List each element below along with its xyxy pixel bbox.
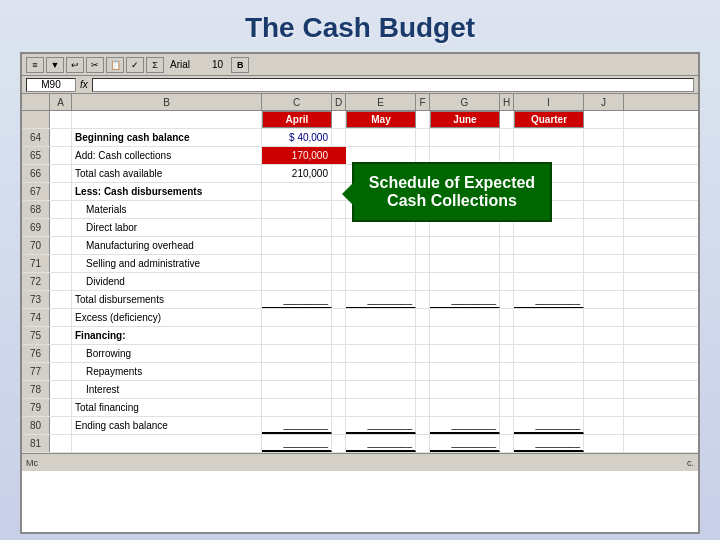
cell-76-j (584, 345, 624, 362)
cell-72-i (514, 273, 584, 290)
cell-78-c (262, 381, 332, 398)
col-header-d: D (332, 94, 346, 110)
cell-75-i (514, 327, 584, 344)
cell-77-b: Repayments (72, 363, 262, 380)
cell-63-a (50, 111, 72, 128)
cell-64-i (514, 129, 584, 146)
row-num-80: 80 (22, 417, 50, 434)
cell-70-i (514, 237, 584, 254)
cell-74-f (416, 309, 430, 326)
tooltip-text: Schedule of Expected Cash Collections (369, 174, 535, 210)
cell-76-h (500, 345, 514, 362)
table-row: 74 Excess (deficiency) (22, 309, 698, 327)
cell-73-a (50, 291, 72, 308)
col-header-c: C (262, 94, 332, 110)
col-header-f: F (416, 94, 430, 110)
cell-reference[interactable]: M90 (26, 78, 76, 92)
cell-69-j (584, 219, 624, 236)
cell-63-c-april: April (262, 111, 332, 128)
row-num-74: 74 (22, 309, 50, 326)
cell-76-d (332, 345, 346, 362)
cell-80-h (500, 417, 514, 434)
cell-73-f (416, 291, 430, 308)
cell-81-e: ________ (346, 435, 416, 452)
cell-63-d (332, 111, 346, 128)
cell-74-d (332, 309, 346, 326)
cell-81-b (72, 435, 262, 452)
cell-67-c (262, 183, 332, 200)
row-num-70: 70 (22, 237, 50, 254)
cell-80-f (416, 417, 430, 434)
font-name: Arial (170, 59, 190, 70)
cell-76-c (262, 345, 332, 362)
cell-80-c: ________ (262, 417, 332, 434)
toolbar-btn-5[interactable]: 📋 (106, 57, 124, 73)
cell-78-f (416, 381, 430, 398)
cell-80-g: ________ (430, 417, 500, 434)
table-row: 72 Dividend (22, 273, 698, 291)
cell-71-g (430, 255, 500, 272)
cell-77-j (584, 363, 624, 380)
cell-81-d (332, 435, 346, 452)
bold-btn[interactable]: B (231, 57, 249, 73)
cell-72-b: Dividend (72, 273, 262, 290)
cell-79-a (50, 399, 72, 416)
cell-72-e (346, 273, 416, 290)
row-num-65: 65 (22, 147, 50, 164)
cell-69-d (332, 219, 346, 236)
cell-77-i (514, 363, 584, 380)
cell-63-h (500, 111, 514, 128)
cell-76-a (50, 345, 72, 362)
row-num-81: 81 (22, 435, 50, 452)
cell-78-g (430, 381, 500, 398)
col-header-b: B (72, 94, 262, 110)
toolbar-btn-6[interactable]: ✓ (126, 57, 144, 73)
cell-80-d (332, 417, 346, 434)
row-num-72: 72 (22, 273, 50, 290)
cell-75-c (262, 327, 332, 344)
cell-73-i: ________ (514, 291, 584, 308)
cell-76-i (514, 345, 584, 362)
cell-73-b: Total disbursements (72, 291, 262, 308)
cell-76-f (416, 345, 430, 362)
cell-67-j (584, 183, 624, 200)
toolbar-btn-4[interactable]: ✂ (86, 57, 104, 73)
cell-81-h (500, 435, 514, 452)
cell-80-a (50, 417, 72, 434)
cell-77-e (346, 363, 416, 380)
toolbar-btn-1[interactable]: ≡ (26, 57, 44, 73)
cell-65-c: 170,000 (262, 147, 332, 164)
cell-71-f (416, 255, 430, 272)
cell-70-c (262, 237, 332, 254)
font-size: 10 (212, 59, 223, 70)
cell-77-g (430, 363, 500, 380)
cell-74-j (584, 309, 624, 326)
cell-80-j (584, 417, 624, 434)
cell-66-a (50, 165, 72, 182)
cell-79-i (514, 399, 584, 416)
toolbar-btn-3[interactable]: ↩ (66, 57, 84, 73)
table-row: April May June Quarter (22, 111, 698, 129)
row-num-header (22, 94, 50, 110)
toolbar-btn-2[interactable]: ▼ (46, 57, 64, 73)
cell-68-c (262, 201, 332, 218)
cell-79-c (262, 399, 332, 416)
cell-72-g (430, 273, 500, 290)
formula-input[interactable] (92, 78, 694, 92)
cell-80-i: ________ (514, 417, 584, 434)
cell-81-a (50, 435, 72, 452)
cell-77-a (50, 363, 72, 380)
row-num-66: 66 (22, 165, 50, 182)
cell-79-b: Total financing (72, 399, 262, 416)
cell-74-g (430, 309, 500, 326)
cell-64-g (430, 129, 500, 146)
cell-70-g (430, 237, 500, 254)
cell-69-a (50, 219, 72, 236)
cell-70-b: Manufacturing overhead (72, 237, 262, 254)
col-header-e: E (346, 94, 416, 110)
table-row: 81 ________ ________ ________ ________ (22, 435, 698, 453)
table-row: 70 Manufacturing overhead (22, 237, 698, 255)
table-row: 78 Interest (22, 381, 698, 399)
cell-79-e (346, 399, 416, 416)
toolbar-btn-7[interactable]: Σ (146, 57, 164, 73)
